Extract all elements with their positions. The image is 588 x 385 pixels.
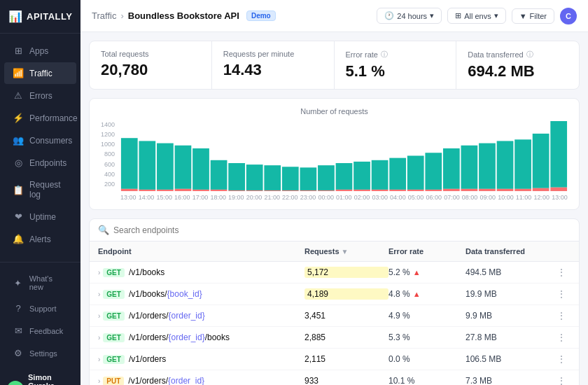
time-label-23: 12:00 bbox=[533, 194, 550, 201]
sidebar-item-whats-new[interactable]: ✦What's new bbox=[4, 269, 76, 297]
user-info: Simon Gurcke Cosmic Code bbox=[28, 373, 67, 385]
time-label-14: 03:00 bbox=[372, 194, 388, 201]
stat-value-0: 20,780 bbox=[101, 61, 200, 79]
y-label-1000: 1000 bbox=[101, 141, 115, 148]
time-label-18: 07:00 bbox=[444, 194, 460, 201]
y-label-1200: 1200 bbox=[101, 131, 115, 138]
whats-new-icon: ✦ bbox=[13, 278, 24, 288]
sidebar-item-apps[interactable]: ⊞Apps bbox=[4, 40, 76, 62]
stat-card-0: Total requests 20,780 bbox=[90, 41, 212, 89]
info-icon: ⓘ bbox=[381, 50, 388, 59]
time-label-3: 16:00 bbox=[174, 194, 190, 201]
time-label-10: 23:00 bbox=[300, 194, 316, 201]
error-rate: 5.3 % bbox=[388, 332, 465, 342]
y-label-800: 800 bbox=[101, 150, 115, 158]
row-menu-button[interactable]: ⋮ bbox=[556, 375, 570, 385]
sidebar-item-errors[interactable]: ⚠Errors bbox=[4, 85, 76, 106]
sidebar-item-alerts[interactable]: 🔔Alerts bbox=[4, 228, 76, 250]
bar-error bbox=[533, 188, 550, 191]
bar-main bbox=[228, 163, 245, 190]
table-row[interactable]: › GET /v1/orders/{order_id} 3,451 4.9 % … bbox=[90, 305, 579, 327]
breadcrumb-separator: › bbox=[120, 10, 123, 21]
method-badge: PUT bbox=[103, 377, 124, 386]
env-filter-button[interactable]: ⊞ All envs ▾ bbox=[447, 8, 506, 24]
sidebar-item-performance[interactable]: ⚡Performance bbox=[4, 107, 76, 129]
expand-icon[interactable]: › bbox=[98, 312, 100, 320]
bar-main bbox=[139, 141, 156, 189]
page-header: Traffic › Boundless Bookstore API Demo 🕐… bbox=[80, 0, 588, 32]
time-filter-label: 24 hours bbox=[397, 12, 427, 20]
bar-main bbox=[479, 144, 496, 189]
sidebar-item-settings[interactable]: ⚙Settings bbox=[4, 342, 76, 364]
sidebar-label: Request log bbox=[29, 180, 68, 200]
uptime-icon: ❤ bbox=[13, 211, 24, 222]
time-label-4: 17:00 bbox=[192, 194, 209, 201]
row-menu-button[interactable]: ⋮ bbox=[556, 332, 570, 343]
table-row[interactable]: › GET /v1/books 5,172 5.2 % ▲ 494.5 MB ⋮ bbox=[90, 262, 579, 284]
sidebar-item-endpoints[interactable]: ◎Endpoints bbox=[4, 152, 76, 174]
time-label-12: 01:00 bbox=[336, 194, 352, 201]
request-count: 2,115 bbox=[304, 354, 388, 364]
expand-icon[interactable]: › bbox=[98, 290, 100, 298]
sidebar-item-request-log[interactable]: 📋Request log bbox=[4, 174, 76, 205]
endpoints-icon: ◎ bbox=[13, 158, 24, 168]
row-menu-button[interactable]: ⋮ bbox=[556, 288, 570, 300]
search-input[interactable] bbox=[113, 225, 253, 235]
stat-value-1: 14.43 bbox=[223, 61, 323, 79]
time-label-15: 04:00 bbox=[390, 194, 406, 201]
expand-icon[interactable]: › bbox=[98, 356, 100, 363]
th-actions bbox=[556, 247, 570, 255]
row-menu-button[interactable]: ⋮ bbox=[556, 310, 570, 321]
expand-icon[interactable]: › bbox=[98, 377, 100, 385]
bar-error bbox=[282, 190, 299, 191]
bar-main bbox=[300, 167, 317, 190]
info-icon: ⓘ bbox=[526, 50, 533, 59]
time-label-24: 13:00 bbox=[552, 194, 568, 201]
expand-icon[interactable]: › bbox=[98, 269, 100, 276]
env-filter-label: All envs bbox=[464, 12, 491, 20]
time-label-6: 19:00 bbox=[228, 194, 244, 201]
bar-main bbox=[264, 165, 281, 190]
apps-icon: ⊞ bbox=[13, 46, 24, 56]
sidebar-item-feedback[interactable]: ✉Feedback bbox=[4, 320, 76, 342]
data-transferred: 9.9 MB bbox=[465, 311, 556, 321]
method-badge: GET bbox=[103, 333, 125, 342]
path-param: {book_id} bbox=[167, 289, 202, 299]
logo-icon: 📊 bbox=[8, 10, 22, 23]
method-badge: GET bbox=[103, 268, 125, 277]
user-area[interactable]: S Simon Gurcke Cosmic Code › bbox=[0, 368, 80, 385]
time-label-22: 11:00 bbox=[516, 194, 532, 201]
warning-icon: ▲ bbox=[413, 290, 421, 298]
sidebar-item-support[interactable]: ?Support bbox=[4, 298, 76, 319]
sidebar-item-traffic[interactable]: 📶Traffic bbox=[4, 62, 76, 84]
bar-main bbox=[425, 153, 442, 190]
method-badge: GET bbox=[103, 290, 125, 299]
sidebar-item-uptime[interactable]: ❤Uptime bbox=[4, 206, 76, 227]
consumers-icon: 👥 bbox=[13, 135, 24, 146]
performance-icon: ⚡ bbox=[13, 113, 24, 123]
bar-error bbox=[354, 190, 370, 191]
path-text: /v1/orders/{order_id}/books bbox=[129, 332, 230, 342]
th-requests[interactable]: Requests ▼ bbox=[304, 247, 388, 255]
bar-error bbox=[514, 189, 531, 191]
time-label-11: 00:00 bbox=[318, 194, 334, 201]
filter-button[interactable]: ▼ Filter bbox=[512, 8, 554, 24]
table-row[interactable]: › GET /v1/books/{book_id} 4,189 4.8 % ▲ … bbox=[90, 284, 579, 305]
sidebar-item-consumers[interactable]: 👥Consumers bbox=[4, 130, 76, 151]
time-label-0: 13:00 bbox=[120, 194, 136, 201]
path-text: /v1/orders bbox=[129, 354, 166, 364]
row-menu-button[interactable]: ⋮ bbox=[556, 354, 570, 365]
bar-main bbox=[550, 121, 567, 188]
user-circle[interactable]: C bbox=[560, 8, 577, 24]
table-row[interactable]: › GET /v1/orders 2,115 0.0 % 106.5 MB ⋮ bbox=[90, 349, 579, 370]
table-row[interactable]: › GET /v1/orders/{order_id}/books 2,885 … bbox=[90, 327, 579, 349]
table-row[interactable]: › PUT /v1/orders/{order_id} 933 10.1 % 7… bbox=[90, 370, 579, 385]
stat-card-2: Error rate ⓘ 5.1 % bbox=[335, 41, 457, 89]
chart-svg bbox=[120, 121, 568, 191]
expand-icon[interactable]: › bbox=[98, 334, 100, 342]
method-badge: GET bbox=[103, 355, 125, 364]
stat-label-3: Data transferred ⓘ bbox=[468, 50, 568, 59]
time-filter-button[interactable]: 🕐 24 hours ▾ bbox=[377, 8, 442, 24]
sidebar-label: Traffic bbox=[29, 69, 52, 78]
row-menu-button[interactable]: ⋮ bbox=[556, 267, 570, 278]
